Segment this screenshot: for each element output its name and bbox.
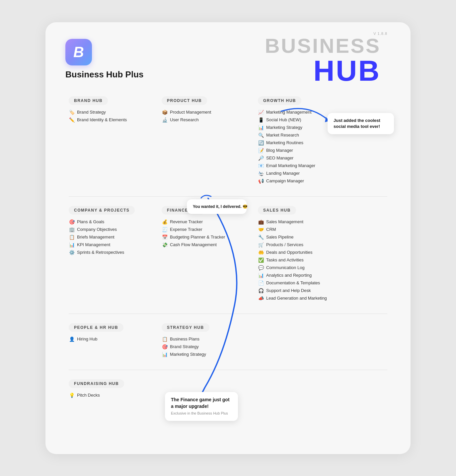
finance-section: FINANCE HUB 💰Revenue Tracker 🧾Expense Tr…: [158, 203, 251, 308]
list-item[interactable]: ⚙️Sprints & Retrospectives: [69, 250, 152, 255]
list-item[interactable]: 🤲Deals and Opportunities: [258, 250, 387, 255]
list-item[interactable]: 📧Email Marketing Manager: [258, 163, 387, 168]
hero-business: BUSINESS: [265, 36, 381, 56]
list-item[interactable]: 🎯Brand Strategy: [162, 344, 245, 349]
brand-hub-items: 🏷️Brand Strategy ✏️Brand Identity & Elem…: [69, 110, 152, 123]
list-item[interactable]: 📊KPI Management: [69, 242, 152, 247]
list-item[interactable]: 💼Sales Management: [258, 219, 387, 225]
user-research-icon: 🔬: [162, 117, 168, 123]
social-hub-icon: 📱: [258, 117, 264, 123]
list-item[interactable]: 🎧Support and Help Desk: [258, 288, 387, 293]
logo-letter: B: [73, 44, 84, 60]
list-item[interactable]: 📅Budgeting Planner & Tracker: [162, 235, 245, 240]
mktg-mgmt-icon: 📈: [258, 110, 264, 115]
strat-mktg-icon: 📊: [162, 352, 168, 357]
people-hr-title: PEOPLE & HR HUB: [69, 323, 123, 332]
list-item[interactable]: 🛬Landing Manager: [258, 171, 387, 176]
list-item[interactable]: 📝Blog Manager: [258, 148, 387, 153]
list-item[interactable]: 🧾Expense Tracker: [162, 227, 245, 232]
list-item[interactable]: 💸Cash Flow Management: [162, 242, 245, 247]
sales-hub-title: SALES HUB: [258, 206, 296, 215]
landing-icon: 🛬: [258, 171, 264, 176]
fundraising-section: FUNDRAISING HUB 💡Pitch Decks: [65, 376, 158, 405]
finance-upgrade-title: The Finance game just got a major upgrad…: [171, 397, 232, 410]
product-hub-items: 📦Product Management 🔬User Research: [162, 110, 245, 123]
list-item[interactable]: 🔎SEO Manager: [258, 155, 387, 161]
strategy-items: 📋Business Plans 🎯Brand Strategy 📊Marketi…: [162, 336, 245, 357]
product-hub-section: PRODUCT HUB 📦Product Management 🔬User Re…: [158, 93, 251, 190]
analytics-icon: 📊: [258, 273, 264, 278]
list-item[interactable]: 🏢Company Objectives: [69, 227, 152, 232]
pitch-icon: 💡: [69, 393, 75, 398]
list-item[interactable]: 📊Analytics and Reporting: [258, 273, 387, 278]
list-item[interactable]: 💡Pitch Decks: [69, 393, 152, 398]
list-item[interactable]: 🛒Products / Services: [258, 242, 387, 247]
empty-col3: [251, 376, 391, 405]
app-name: Business Hub Plus: [65, 69, 144, 80]
list-item[interactable]: 📋Briefs Management: [69, 235, 152, 240]
list-item[interactable]: 👤Hiring Hub: [69, 336, 152, 342]
list-item[interactable]: 📣Lead Generation and Marketing: [258, 296, 387, 301]
company-obj-icon: 🏢: [69, 227, 75, 232]
deals-icon: 🤲: [258, 250, 264, 255]
list-item[interactable]: 🤝CRM: [258, 227, 387, 232]
product-mgmt-icon: 📦: [162, 110, 168, 115]
finance-items: 💰Revenue Tracker 🧾Expense Tracker 📅Budge…: [162, 219, 245, 247]
list-item[interactable]: 🔬User Research: [162, 117, 245, 123]
growth-hub-section: GROWTH HUB 📈Marketing Management 📱Social…: [251, 93, 391, 190]
fundraising-items: 💡Pitch Decks: [69, 393, 152, 398]
list-item[interactable]: ✅Tasks and Activities: [258, 257, 387, 263]
budgeting-icon: 📅: [162, 235, 168, 240]
list-item[interactable]: 📋Business Plans: [162, 336, 245, 342]
campaign-icon: 📢: [258, 178, 264, 184]
sales-hub-section: SALES HUB 💼Sales Management 🤝CRM 🔧Sales …: [251, 203, 391, 308]
brand-identity-icon: ✏️: [69, 117, 75, 123]
list-item[interactable]: 📦Product Management: [162, 110, 245, 115]
blog-mgr-icon: 📝: [258, 148, 264, 153]
list-item[interactable]: 🔄Marketing Routines: [258, 140, 387, 145]
list-item[interactable]: 📄Documentation & Templates: [258, 280, 387, 286]
list-item[interactable]: 🏷️Brand Strategy: [69, 110, 152, 115]
growth-hub-title: GROWTH HUB: [258, 96, 301, 105]
crm-icon: 🤝: [258, 227, 264, 232]
brand-hub-title: BRAND HUB: [69, 96, 108, 105]
sales-hub-items: 💼Sales Management 🤝CRM 🔧Sales Pipeline 🛒…: [258, 219, 387, 301]
hiring-icon: 👤: [69, 336, 75, 342]
list-item[interactable]: 🎯Plans & Goals: [69, 219, 152, 225]
list-item[interactable]: 📢Campaign Manager: [258, 178, 387, 184]
seo-icon: 🔎: [258, 155, 264, 161]
expense-icon: 🧾: [162, 227, 168, 232]
list-item[interactable]: 📊Marketing Strategy: [162, 352, 245, 357]
finance-tooltip: You wanted it, I delivered. 😎: [187, 199, 247, 214]
cashflow-icon: 💸: [162, 242, 168, 247]
brand-hub-section: BRAND HUB 🏷️Brand Strategy ✏️Brand Ident…: [65, 93, 158, 190]
product-hub-title: PRODUCT HUB: [162, 96, 207, 105]
list-item[interactable]: 🔧Sales Pipeline: [258, 235, 387, 240]
strategy-title: STRATEGY HUB: [162, 323, 209, 332]
mktg-routines-icon: 🔄: [258, 140, 264, 145]
tasks-icon: ✅: [258, 257, 264, 263]
lead-gen-icon: 📣: [258, 296, 264, 301]
app-logo: B: [65, 39, 92, 65]
kpi-icon: 📊: [69, 242, 75, 247]
company-title: COMPANY & PROJECTS: [69, 206, 135, 215]
fundraising-title: FUNDRAISING HUB: [69, 379, 124, 388]
hero-title: BUSINESS HUB: [265, 36, 381, 85]
finance-upgrade-tooltip: The Finance game just got a major upgrad…: [165, 392, 238, 421]
sales-pipeline-icon: 🔧: [258, 235, 264, 240]
company-section: COMPANY & PROJECTS 🎯Plans & Goals 🏢Compa…: [65, 203, 158, 308]
biz-plans-icon: 📋: [162, 336, 168, 342]
products-icon: 🛒: [258, 242, 264, 247]
list-item[interactable]: ✏️Brand Identity & Elements: [69, 117, 152, 123]
people-hr-items: 👤Hiring Hub: [69, 336, 152, 342]
revenue-icon: 💰: [162, 219, 168, 225]
market-research-icon: 🔍: [258, 133, 264, 138]
company-items: 🎯Plans & Goals 🏢Company Objectives 📋Brie…: [69, 219, 152, 255]
list-item[interactable]: 💬Communication Log: [258, 265, 387, 270]
hero-hub: HUB: [265, 56, 381, 85]
mktg-strategy-icon: 📊: [258, 125, 264, 130]
social-tooltip: Just added the coolest social media tool…: [328, 113, 394, 134]
sprints-icon: ⚙️: [69, 250, 75, 255]
list-item[interactable]: 💰Revenue Tracker: [162, 219, 245, 225]
sales-mgmt-icon: 💼: [258, 219, 264, 225]
